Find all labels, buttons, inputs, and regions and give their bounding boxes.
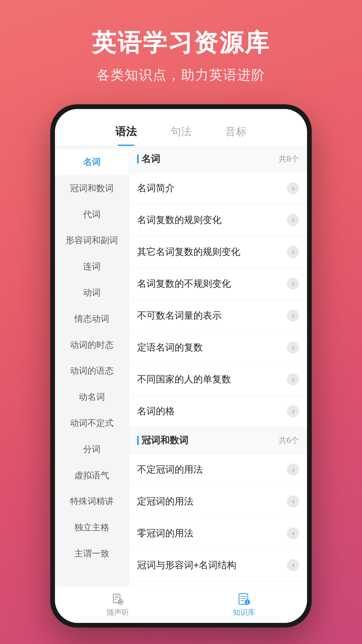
sidebar-item-dongci-budingshi[interactable]: 动词不定式 xyxy=(55,410,129,436)
chevron-icon xyxy=(287,278,299,290)
knowledge-icon: i xyxy=(237,592,251,605)
chevron-icon xyxy=(287,495,299,507)
hero-title: 英语学习资源库 xyxy=(92,27,270,59)
listen-icon xyxy=(111,592,125,605)
chevron-icon xyxy=(287,527,299,539)
sidebar-item-dongci-shitai[interactable]: 动词的时态 xyxy=(55,332,129,358)
section-count-guanci: 共6个 xyxy=(279,435,299,446)
sidebar-item-mingci[interactable]: 名词 xyxy=(55,149,129,175)
list-item-guanci-xingrongci[interactable]: 冠词与形容词+名词结构 xyxy=(129,549,307,581)
sidebar-item-dongci[interactable]: 动词 xyxy=(55,280,129,306)
list-item-dingyu-mingci[interactable]: 定语名词的复数 xyxy=(129,332,307,364)
sidebar-item-lianci[interactable]: 连词 xyxy=(55,254,129,280)
list-item-mingci-jianjie[interactable]: 名词简介 xyxy=(129,172,307,204)
sidebar-item-teshu-ci[interactable]: 特殊词精讲 xyxy=(55,488,129,515)
svg-text:i: i xyxy=(247,600,248,605)
sidebar-item-xingrongci-fuci[interactable]: 形容词和副词 xyxy=(55,227,129,254)
sidebar-item-qingtai-dongci[interactable]: 情态动词 xyxy=(55,306,129,332)
nav-label-knowledge: 知识库 xyxy=(233,607,255,618)
section-bar xyxy=(137,154,139,164)
section-header-guanci: 冠词和数词 共6个 xyxy=(129,427,307,454)
chevron-icon xyxy=(287,341,299,354)
nav-label-listen: 随声听 xyxy=(107,607,129,618)
list-item-mingci-ge[interactable]: 名词的格 xyxy=(129,395,307,427)
list-item-mingci-fushu-biguize[interactable]: 名词复数的不规则变化 xyxy=(129,268,307,300)
list-item-qita-mingci-fushu[interactable]: 其它名词复数的规则变化 xyxy=(129,236,307,268)
sidebar: 名词 冠词和数词 代词 形容词和副词 连词 动词 情态动词 动词的时态 动词的语… xyxy=(55,146,129,586)
tab-yinbiao[interactable]: 音标 xyxy=(208,119,263,146)
chevron-icon xyxy=(287,559,299,571)
list-item-partial[interactable]: 一词多用 xyxy=(129,581,307,586)
chevron-icon xyxy=(287,310,299,322)
chevron-icon xyxy=(287,405,299,417)
svg-rect-0 xyxy=(113,594,120,603)
section-title-mingci: 名词 xyxy=(141,153,160,165)
bottom-nav: 随声听 i 知识库 xyxy=(55,586,307,623)
list-item-ling-guanci[interactable]: 零冠词的用法 xyxy=(129,518,307,549)
sidebar-item-duli-zhuge[interactable]: 独立主格 xyxy=(55,515,129,541)
chevron-icon xyxy=(287,464,299,476)
chevron-icon xyxy=(287,182,299,194)
section-title-wrapper-2: 冠词和数词 xyxy=(137,434,188,447)
sidebar-item-dongci-yutai[interactable]: 动词的语态 xyxy=(55,358,129,384)
sidebar-item-guanci-shuci[interactable]: 冠词和数词 xyxy=(55,175,129,202)
chevron-icon xyxy=(287,214,299,226)
sidebar-item-fenci[interactable]: 分词 xyxy=(55,436,129,463)
hero-subtitle: 各类知识点，助力英语进阶 xyxy=(97,66,265,84)
sidebar-item-zhujie-yizhi[interactable]: 主谓一致 xyxy=(55,541,129,567)
section-count-mingci: 共8个 xyxy=(279,154,299,164)
list-item-bukeshu-mingci[interactable]: 不可数名词量的表示 xyxy=(129,300,307,332)
section-title-guanci: 冠词和数词 xyxy=(141,434,188,447)
list-item-ding-guanci[interactable]: 定冠词的用法 xyxy=(129,486,307,518)
right-content: 名词 共8个 名词简介 名词复数的规则变化 其它名词复数的规则变化 xyxy=(129,146,307,586)
list-item-butong-guojia[interactable]: 不同国家的人的单复数 xyxy=(129,364,307,395)
nav-item-listen[interactable]: 随声听 xyxy=(55,586,181,623)
list-item-buding-guanci[interactable]: 不定冠词的用法 xyxy=(129,454,307,486)
sidebar-item-nixni-yuqi[interactable]: 虚拟语气 xyxy=(55,463,129,489)
phone-screen: 语法 句法 音标 名词 冠词和数词 代词 形容词和副词 连词 动词 情态动词 动… xyxy=(55,109,307,623)
content-area: 名词 冠词和数词 代词 形容词和副词 连词 动词 情态动词 动词的时态 动词的语… xyxy=(55,146,307,586)
section-title-wrapper: 名词 xyxy=(137,153,160,165)
section-bar-2 xyxy=(137,436,139,445)
tab-yufa[interactable]: 语法 xyxy=(99,119,154,146)
chevron-icon xyxy=(287,373,299,385)
sidebar-item-daci[interactable]: 代词 xyxy=(55,202,129,228)
tabs-bar: 语法 句法 音标 xyxy=(55,109,307,146)
sidebar-item-dongmingci[interactable]: 动名词 xyxy=(55,384,129,410)
phone-mockup: 语法 句法 音标 名词 冠词和数词 代词 形容词和副词 连词 动词 情态动词 动… xyxy=(50,104,312,628)
svg-point-5 xyxy=(120,601,122,603)
chevron-icon xyxy=(287,246,299,258)
section-header-mingci: 名词 共8个 xyxy=(129,146,307,172)
tab-jufa[interactable]: 句法 xyxy=(154,119,208,146)
nav-item-knowledge[interactable]: i 知识库 xyxy=(181,586,307,623)
list-item-mingci-fushu-guize[interactable]: 名词复数的规则变化 xyxy=(129,204,307,236)
